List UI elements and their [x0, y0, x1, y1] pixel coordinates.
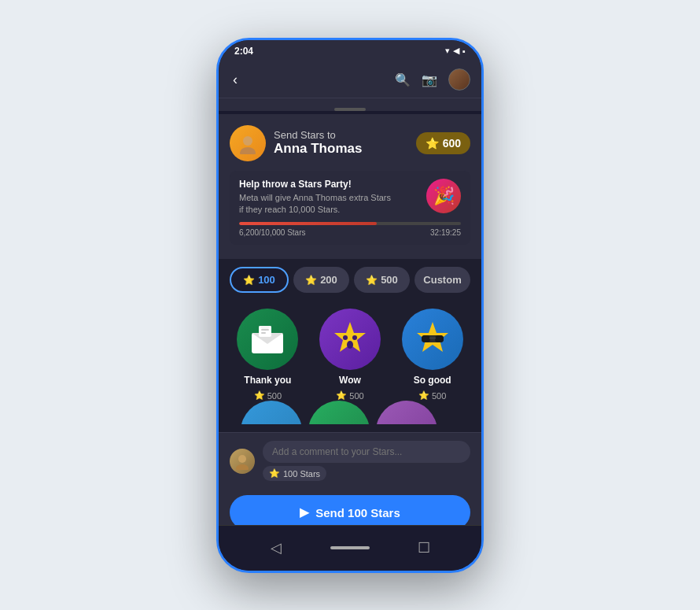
sticker-wow[interactable]: Wow ⭐ 500 [312, 309, 389, 401]
svg-point-17 [238, 455, 246, 463]
star-icon: ⭐ [243, 275, 255, 286]
sticker-wow-cost: ⭐ 500 [336, 390, 363, 401]
amount-100-button[interactable]: ⭐ 100 [230, 267, 289, 293]
partial-sticker-2 [308, 401, 370, 424]
amount-custom-label: Custom [423, 274, 461, 286]
svg-point-1 [240, 147, 256, 154]
wow-star-svg [330, 319, 370, 360]
recipient-name: Anna Thomas [274, 141, 362, 157]
svg-point-10 [352, 335, 357, 340]
star-icon: ⭐ [305, 275, 317, 286]
amount-selector: ⭐ 100 ⭐ 200 ⭐ 500 Custom [219, 259, 481, 301]
so-good-star-svg [412, 319, 453, 360]
recipient-info: Send Stars to Anna Thomas [230, 125, 362, 161]
wifi-icon: ▾ [445, 46, 450, 56]
stickers-grid: Thank you ⭐ 500 Wow [230, 309, 470, 401]
battery-icon: ▪ [462, 46, 466, 56]
svg-rect-14 [422, 335, 430, 342]
comment-input-wrap: ⭐ 100 Stars [263, 441, 470, 481]
sticker-thank-you[interactable]: Thank you ⭐ 500 [230, 309, 306, 401]
star-icon: ⭐ [336, 390, 347, 401]
svg-point-0 [243, 136, 252, 146]
star-icon: ⭐ [418, 390, 429, 401]
home-indicator[interactable] [330, 546, 370, 549]
recipient-text: Send Stars to Anna Thomas [274, 129, 362, 157]
sticker-so-good-icon [402, 309, 463, 370]
star-icon: ⭐ [254, 390, 265, 401]
amount-200-button[interactable]: ⭐ 200 [293, 267, 349, 293]
svg-rect-7 [261, 332, 266, 334]
comment-tag: ⭐ 100 Stars [263, 466, 326, 481]
svg-rect-6 [261, 329, 269, 331]
status-icons: ▾ ◀ ▪ [445, 46, 466, 56]
comment-input[interactable] [263, 441, 470, 463]
balance-amount: 600 [443, 137, 461, 150]
sticker-so-good-cost: ⭐ 500 [418, 390, 446, 401]
send-icon: ▶ [300, 505, 309, 519]
sticker-so-good[interactable]: So good ⭐ 500 [394, 309, 470, 401]
svg-point-9 [343, 335, 348, 340]
commenter-avatar-image [234, 453, 251, 470]
partial-sticker-1 [241, 401, 302, 424]
sticker-thank-you-icon [237, 309, 298, 370]
comment-avatar [230, 449, 255, 474]
amount-500-label: 500 [381, 274, 398, 286]
drag-handle [334, 108, 366, 111]
progress-bar: 6,200/10,000 Stars 32:19:25 [239, 222, 461, 237]
progress-background [239, 222, 461, 225]
back-nav-icon[interactable]: ◁ [262, 534, 290, 562]
svg-rect-16 [429, 337, 436, 339]
nav-actions: 🔍 📷 [395, 68, 470, 91]
svg-rect-15 [435, 335, 444, 342]
amount-200-label: 200 [320, 274, 337, 286]
sticker-wow-label: Wow [339, 375, 361, 386]
back-button[interactable]: ‹ [230, 68, 241, 91]
countdown-timer: 32:19:25 [430, 228, 461, 237]
party-desc: Meta will give Anna Thomas extra Stars i… [239, 192, 396, 216]
avatar-image [237, 132, 259, 154]
tag-label: 100 Stars [283, 469, 320, 479]
bottom-nav: ◁ ☐ [219, 525, 481, 571]
recents-icon[interactable]: ☐ [410, 534, 438, 562]
user-avatar[interactable] [448, 68, 470, 91]
svg-point-18 [236, 464, 249, 470]
header-section: Send Stars to Anna Thomas ⭐ 600 Help thr… [219, 114, 481, 260]
svg-point-11 [347, 341, 353, 349]
progress-label: 6,200/10,000 Stars [239, 228, 306, 237]
progress-fill [239, 222, 377, 225]
star-icon: ⭐ [426, 137, 439, 150]
party-text: Help throw a Stars Party! Meta will give… [239, 179, 396, 216]
amount-500-button[interactable]: ⭐ 500 [354, 267, 410, 293]
camera-icon[interactable]: 📷 [422, 72, 437, 87]
stickers-partial-row [230, 401, 470, 424]
nav-bar: ‹ 🔍 📷 [219, 62, 481, 98]
status-bar: 2:04 ▾ ◀ ▪ [219, 40, 481, 62]
phone-shell: 2:04 ▾ ◀ ▪ ‹ 🔍 📷 [216, 38, 484, 573]
stickers-section: Thank you ⭐ 500 Wow [219, 301, 481, 432]
stars-balance[interactable]: ⭐ 600 [416, 132, 470, 154]
send-stars-label: Send Stars to [274, 129, 362, 141]
sticker-thank-you-cost: ⭐ 500 [254, 390, 282, 401]
comment-section: ⭐ 100 Stars [219, 432, 481, 489]
sticker-wow-icon [319, 309, 381, 370]
partial-sticker-3 [376, 401, 437, 424]
recipient-row: Send Stars to Anna Thomas ⭐ 600 [230, 125, 470, 161]
party-row: Help throw a Stars Party! Meta will give… [239, 179, 461, 216]
search-icon[interactable]: 🔍 [395, 72, 411, 87]
amount-100-label: 100 [258, 274, 275, 286]
status-time: 2:04 [234, 46, 253, 57]
party-section: Help throw a Stars Party! Meta will give… [230, 171, 470, 246]
send-label: Send 100 Stars [315, 506, 400, 519]
envelope-svg [248, 323, 287, 355]
star-icon: ⭐ [269, 468, 280, 479]
signal-icon: ◀ [453, 46, 459, 56]
progress-row: 6,200/10,000 Stars 32:19:25 [239, 228, 461, 237]
amount-custom-button[interactable]: Custom [414, 267, 470, 293]
sticker-thank-you-label: Thank you [244, 375, 291, 386]
party-title: Help throw a Stars Party! [239, 179, 396, 190]
party-icon: 🎉 [426, 179, 461, 213]
recipient-avatar [230, 125, 266, 161]
sticker-so-good-label: So good [414, 375, 451, 386]
star-icon: ⭐ [366, 275, 378, 286]
